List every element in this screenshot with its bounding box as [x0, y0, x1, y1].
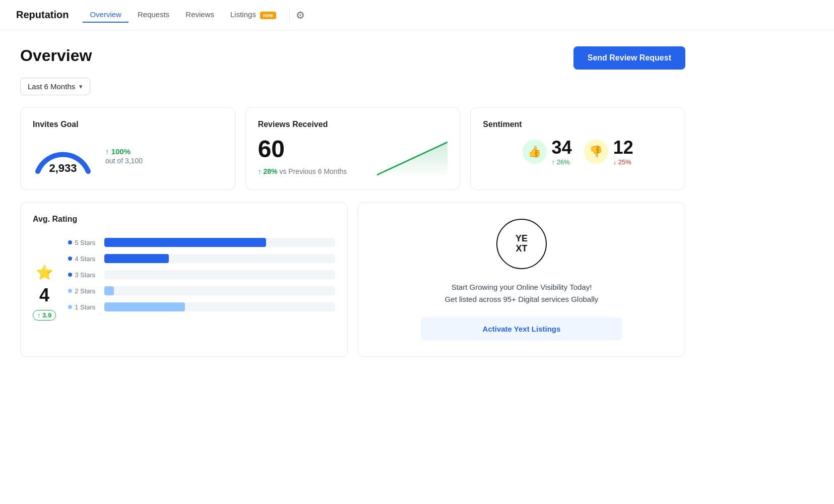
nav-link-overview[interactable]: Overview [83, 7, 129, 23]
main-content: Overview Send Review Request Last 6 Mont… [0, 30, 705, 373]
invites-pct: ↑ 100% [105, 147, 143, 156]
thumbs-up-icon: 👍 [523, 140, 547, 164]
sentiment-negative: 👎 12 ↓ 25% [584, 137, 633, 166]
bar-row-4: 4 Stars [68, 254, 335, 263]
send-review-button[interactable]: Send Review Request [573, 46, 685, 70]
invites-out-of: out of 3,100 [105, 157, 143, 165]
bar-track-4 [104, 254, 335, 263]
yext-logo: YE XT [496, 219, 547, 269]
nav-link-listings[interactable]: Listings new [223, 7, 283, 23]
bar-track-1 [104, 302, 335, 311]
sentiment-negative-count: 12 [613, 137, 633, 158]
nav-link-reviews[interactable]: Reviews [178, 7, 221, 23]
reviews-vs-label: vs Previous 6 Months [279, 167, 347, 175]
bar-row-5: 5 Stars [68, 238, 335, 247]
rating-badge: ↑ 3.9 [33, 310, 56, 321]
sentiment-card: Sentiment 👍 34 ↑ 26% 👎 12 ↓ 25% [470, 107, 685, 190]
bar-fill-5 [104, 238, 266, 247]
bar-row-1: 1 Stars [68, 302, 335, 311]
sentiment-positive-count: 34 [552, 137, 572, 158]
bar-dot-4 [68, 257, 72, 261]
bar-track-5 [104, 238, 335, 247]
invites-content: 2,933 ↑ 100% out of 3,100 [33, 137, 223, 175]
reviews-received-title: Reviews Received [258, 120, 448, 129]
sentiment-content: 👍 34 ↑ 26% 👎 12 ↓ 25% [483, 137, 673, 166]
sentiment-title: Sentiment [483, 120, 673, 129]
reviews-content: 60 ↑ 28% vs Previous 6 Months [258, 137, 448, 177]
activate-yext-button[interactable]: Activate Yext Listings [421, 318, 622, 340]
rating-bars: 5 Stars 4 Stars 3 Stars [68, 234, 335, 311]
bar-dot-2 [68, 289, 72, 293]
bar-fill-4 [104, 254, 169, 263]
bar-track-3 [104, 270, 335, 279]
rating-left: ⭐ 4 ↑ 3.9 [33, 234, 56, 321]
bar-track-2 [104, 286, 335, 295]
brand-logo: Reputation [16, 9, 69, 21]
reviews-sub: ↑ 28% vs Previous 6 Months [258, 167, 347, 175]
bar-fill-2 [104, 286, 113, 295]
reviews-left: 60 ↑ 28% vs Previous 6 Months [258, 137, 347, 175]
invites-meta: ↑ 100% out of 3,100 [105, 147, 143, 165]
settings-icon[interactable]: ⚙ [296, 9, 305, 21]
bar-fill-1 [104, 302, 185, 311]
nav-divider [289, 8, 290, 22]
reviews-mini-chart [377, 137, 447, 177]
bar-row-3: 3 Stars [68, 270, 335, 279]
avg-rating-title: Avg. Rating [33, 215, 335, 224]
reviews-received-card: Reviews Received 60 ↑ 28% vs Previous 6 … [245, 107, 461, 190]
sentiment-negative-data: 12 ↓ 25% [613, 137, 633, 166]
yext-description: Start Growing your Online Visibility Tod… [445, 281, 599, 305]
rating-value: 4 [39, 285, 49, 306]
nav-links: Overview Requests Reviews Listings new [83, 7, 283, 23]
yext-logo-text: YE XT [516, 234, 528, 254]
page-title: Overview [20, 46, 92, 65]
bar-dot-5 [68, 240, 72, 244]
sentiment-positive: 👍 34 ↑ 26% [523, 137, 572, 166]
rating-layout: ⭐ 4 ↑ 3.9 5 Stars [33, 234, 335, 321]
nav-link-requests[interactable]: Requests [131, 7, 176, 23]
thumbs-down-icon: 👎 [584, 140, 608, 164]
avg-rating-card: Avg. Rating ⭐ 4 ↑ 3.9 5 Stars [20, 202, 348, 357]
star-icon: ⭐ [36, 264, 53, 281]
sentiment-negative-pct: ↓ 25% [613, 158, 633, 166]
listings-new-badge: new [260, 12, 276, 19]
invites-goal-title: Invites Goal [33, 120, 223, 129]
reviews-pct: ↑ 28% [258, 167, 278, 175]
reviews-count: 60 [258, 137, 347, 161]
gauge-chart: 2,933 [33, 137, 93, 175]
navigation: Reputation Overview Requests Reviews Lis… [0, 0, 834, 30]
chevron-down-icon: ▾ [79, 83, 83, 90]
filter-row: Last 6 Months ▾ [20, 78, 685, 95]
yext-card: YE XT Start Growing your Online Visibili… [358, 202, 685, 357]
gauge-value: 2,933 [49, 162, 77, 175]
bar-dot-3 [68, 273, 72, 277]
bar-row-2: 2 Stars [68, 286, 335, 295]
page-header: Overview Send Review Request [20, 46, 685, 70]
date-filter-dropdown[interactable]: Last 6 Months ▾ [20, 78, 90, 95]
invites-goal-card: Invites Goal 2,933 ↑ 100% out of 3,100 [20, 107, 235, 190]
sentiment-positive-pct: ↑ 26% [552, 158, 572, 166]
date-filter-label: Last 6 Months [28, 82, 75, 91]
stat-cards-row: Invites Goal 2,933 ↑ 100% out of 3,100 [20, 107, 685, 190]
bottom-row: Avg. Rating ⭐ 4 ↑ 3.9 5 Stars [20, 202, 685, 357]
sentiment-positive-data: 34 ↑ 26% [552, 137, 572, 166]
bar-dot-1 [68, 305, 72, 309]
